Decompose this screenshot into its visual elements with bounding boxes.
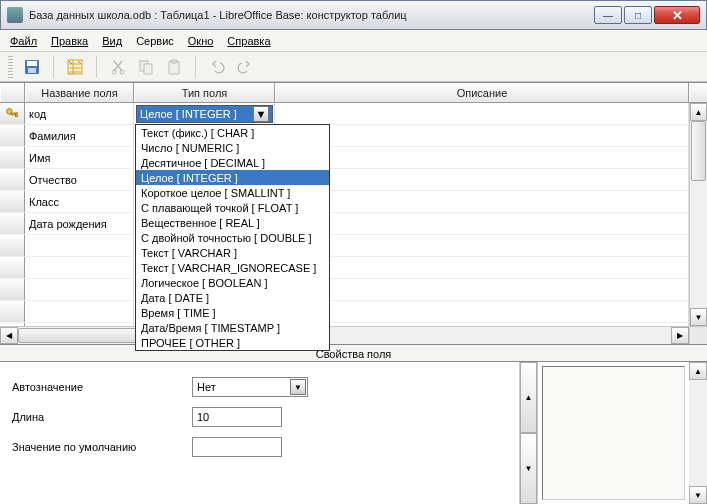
grid-horizontal-scrollbar[interactable]: ◀ ▶ xyxy=(0,326,689,344)
app-icon xyxy=(7,7,23,23)
field-desc-cell[interactable] xyxy=(275,213,689,234)
scroll-up-icon[interactable]: ▲ xyxy=(690,103,707,121)
chevron-down-icon[interactable]: ▼ xyxy=(253,106,269,122)
col-header-desc[interactable]: Описание xyxy=(275,83,689,102)
field-name-cell[interactable]: Имя xyxy=(25,147,134,168)
type-option[interactable]: С плавающей точкой [ FLOAT ] xyxy=(136,200,329,215)
field-name-cell[interactable] xyxy=(25,257,134,278)
field-desc-cell[interactable] xyxy=(275,279,689,300)
minimize-button[interactable]: — xyxy=(594,6,622,24)
description-scrollbar[interactable]: ▲ ▼ xyxy=(689,362,707,504)
field-type-dropdown-list[interactable]: Текст (фикс.) [ CHAR ]Число [ NUMERIC ]Д… xyxy=(135,124,330,351)
table-row[interactable]: Класс xyxy=(0,191,689,213)
type-option[interactable]: Текст [ VARCHAR ] xyxy=(136,245,329,260)
scroll-left-icon[interactable]: ◀ xyxy=(0,327,18,344)
row-selector[interactable] xyxy=(0,147,25,168)
chevron-down-icon[interactable]: ▼ xyxy=(290,379,306,395)
type-option[interactable]: С двойной точностью [ DOUBLE ] xyxy=(136,230,329,245)
field-desc-cell[interactable] xyxy=(275,169,689,190)
copy-icon[interactable] xyxy=(135,56,157,78)
menu-tools[interactable]: Сервис xyxy=(136,35,174,47)
type-option[interactable]: Дата/Время [ TIMESTAMP ] xyxy=(136,320,329,335)
menu-edit[interactable]: Правка xyxy=(51,35,88,47)
col-header-name[interactable]: Название поля xyxy=(25,83,134,102)
row-selector[interactable] xyxy=(0,213,25,234)
table-row[interactable]: кодЦелое [ INTEGER ]▼ xyxy=(0,103,689,125)
table-row[interactable]: Отчество xyxy=(0,169,689,191)
cut-icon[interactable] xyxy=(107,56,129,78)
table-row[interactable]: Фамилия xyxy=(0,125,689,147)
row-selector[interactable] xyxy=(0,191,25,212)
properties-header: Свойства поля xyxy=(0,344,707,362)
field-name-cell[interactable]: Класс xyxy=(25,191,134,212)
type-option[interactable]: Дата [ DATE ] xyxy=(136,290,329,305)
scroll-right-icon[interactable]: ▶ xyxy=(671,327,689,344)
table-row[interactable]: Дата рождения xyxy=(0,213,689,235)
field-name-cell[interactable] xyxy=(25,301,134,322)
undo-icon[interactable] xyxy=(206,56,228,78)
save-icon[interactable] xyxy=(21,56,43,78)
svg-rect-2 xyxy=(28,68,36,73)
field-desc-cell[interactable] xyxy=(275,125,689,146)
type-option[interactable]: Целое [ INTEGER ] xyxy=(136,170,329,185)
row-selector[interactable] xyxy=(0,125,25,146)
scroll-down-icon[interactable]: ▼ xyxy=(689,486,707,504)
field-name-cell[interactable]: Отчество xyxy=(25,169,134,190)
field-desc-cell[interactable] xyxy=(275,103,689,124)
menu-help[interactable]: Справка xyxy=(227,35,270,47)
close-button[interactable]: ✕ xyxy=(654,6,700,24)
row-selector[interactable] xyxy=(0,257,25,278)
field-name-cell[interactable]: Фамилия xyxy=(25,125,134,146)
row-selector[interactable] xyxy=(0,279,25,300)
type-option[interactable]: Десятичное [ DECIMAL ] xyxy=(136,155,329,170)
row-selector[interactable] xyxy=(0,235,25,256)
row-selector[interactable] xyxy=(0,301,25,322)
type-option[interactable]: Короткое целое [ SMALLINT ] xyxy=(136,185,329,200)
type-option[interactable]: Логическое [ BOOLEAN ] xyxy=(136,275,329,290)
paste-icon[interactable] xyxy=(163,56,185,78)
grid-vertical-scrollbar[interactable]: ▲ ▼ xyxy=(689,103,707,326)
scroll-corner xyxy=(689,326,707,344)
field-type-cell[interactable]: Целое [ INTEGER ]▼ xyxy=(134,103,275,124)
field-desc-cell[interactable] xyxy=(275,257,689,278)
menu-window[interactable]: Окно xyxy=(188,35,214,47)
field-desc-cell[interactable] xyxy=(275,301,689,322)
type-option[interactable]: Вещественное [ REAL ] xyxy=(136,215,329,230)
field-type-combo[interactable]: Целое [ INTEGER ]▼ xyxy=(136,105,273,123)
table-row[interactable] xyxy=(0,301,689,323)
field-name-cell[interactable]: Дата рождения xyxy=(25,213,134,234)
table-row[interactable] xyxy=(0,257,689,279)
col-header-type[interactable]: Тип поля xyxy=(134,83,275,102)
field-desc-cell[interactable] xyxy=(275,147,689,168)
field-desc-cell[interactable] xyxy=(275,191,689,212)
row-selector[interactable] xyxy=(0,169,25,190)
scroll-thumb[interactable] xyxy=(691,121,706,181)
row-selector[interactable] xyxy=(0,103,25,124)
table-row[interactable] xyxy=(0,235,689,257)
redo-icon[interactable] xyxy=(234,56,256,78)
scroll-down-icon[interactable]: ▼ xyxy=(690,308,707,326)
menu-view[interactable]: Вид xyxy=(102,35,122,47)
default-value-input[interactable] xyxy=(192,437,282,457)
spin-down-icon[interactable]: ▼ xyxy=(520,433,537,504)
auto-value-combo[interactable]: Нет ▼ xyxy=(192,377,308,397)
scroll-up-icon[interactable]: ▲ xyxy=(689,362,707,380)
index-design-icon[interactable] xyxy=(64,56,86,78)
length-input[interactable]: 10 xyxy=(192,407,282,427)
properties-spinner[interactable]: ▲ ▼ xyxy=(519,362,537,504)
field-desc-cell[interactable] xyxy=(275,235,689,256)
field-name-cell[interactable] xyxy=(25,279,134,300)
menu-file[interactable]: Файл xyxy=(10,35,37,47)
type-option[interactable]: Число [ NUMERIC ] xyxy=(136,140,329,155)
maximize-button[interactable]: □ xyxy=(624,6,652,24)
spin-up-icon[interactable]: ▲ xyxy=(520,362,537,433)
type-option[interactable]: Текст (фикс.) [ CHAR ] xyxy=(136,125,329,140)
type-option[interactable]: Текст [ VARCHAR_IGNORECASE ] xyxy=(136,260,329,275)
table-row[interactable]: Имя xyxy=(0,147,689,169)
field-name-cell[interactable] xyxy=(25,235,134,256)
type-option[interactable]: Время [ TIME ] xyxy=(136,305,329,320)
grid-corner[interactable] xyxy=(0,83,25,102)
table-row[interactable] xyxy=(0,279,689,301)
type-option[interactable]: ПРОЧЕЕ [ OTHER ] xyxy=(136,335,329,350)
field-name-cell[interactable]: код xyxy=(25,103,134,124)
